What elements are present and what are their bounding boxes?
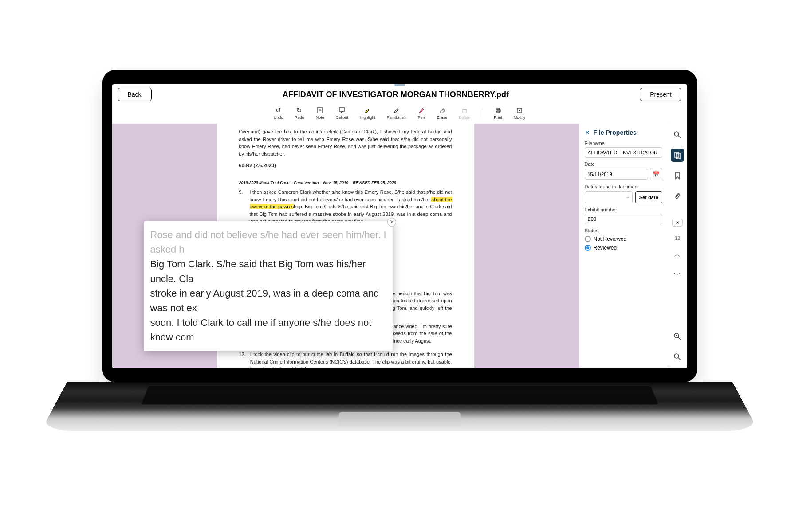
- dates-found-select[interactable]: [585, 191, 633, 203]
- file-properties-panel: ✕ File Properties Filename Date 📅 Dates …: [579, 124, 668, 368]
- zoom-out-icon[interactable]: [671, 350, 684, 364]
- radio-icon: [585, 236, 591, 242]
- page-current[interactable]: 3: [672, 219, 683, 227]
- callout-tool[interactable]: Callout: [336, 106, 348, 120]
- svg-rect-3: [339, 108, 345, 111]
- calendar-icon[interactable]: 📅: [650, 168, 662, 180]
- note-icon: [316, 106, 324, 114]
- document-viewport[interactable]: Overland) gave the box to the counter cl…: [112, 124, 579, 368]
- close-panel-icon[interactable]: ✕: [585, 129, 590, 136]
- undo-tool[interactable]: ↺Undo: [274, 106, 283, 120]
- print-icon: [494, 106, 502, 114]
- highlight-tool[interactable]: Highlight: [360, 106, 375, 120]
- svg-rect-14: [676, 153, 680, 159]
- date-field[interactable]: [585, 169, 648, 180]
- radio-icon: [585, 245, 591, 251]
- properties-icon[interactable]: [671, 149, 684, 162]
- status-reviewed-radio[interactable]: Reviewed: [585, 245, 662, 251]
- close-icon[interactable]: ✕: [387, 218, 396, 227]
- paperclip-icon[interactable]: [671, 189, 684, 203]
- status-not-reviewed-radio[interactable]: Not Reviewed: [585, 236, 662, 242]
- callout-icon: [338, 106, 346, 114]
- redo-tool[interactable]: ↻Redo: [295, 106, 304, 120]
- page-total: 12: [675, 235, 680, 241]
- right-tab-strip: 3 12 ︿ ﹀: [668, 124, 687, 368]
- delete-tool: Delete: [459, 106, 470, 120]
- bookmark-icon[interactable]: [671, 169, 684, 182]
- pen-tool[interactable]: Pen: [417, 106, 425, 120]
- laptop-base: [40, 382, 759, 431]
- svg-line-20: [678, 358, 681, 360]
- toolbar: ↺Undo ↻Redo Note Callout Highlight Paint…: [112, 105, 687, 124]
- page-down-icon[interactable]: ﹀: [671, 268, 684, 282]
- redo-icon: ↻: [295, 106, 303, 114]
- paintbrush-icon: [392, 106, 400, 114]
- modify-tool[interactable]: Modify: [514, 106, 526, 120]
- svg-rect-0: [317, 108, 323, 113]
- paintbrush-tool[interactable]: Paintbrush: [387, 106, 406, 120]
- filename-field[interactable]: [585, 147, 662, 158]
- highlight-icon: [363, 106, 371, 114]
- note-tool[interactable]: Note: [316, 106, 324, 120]
- text-magnifier: ✕ Rose and did not believe s/he had ever…: [144, 221, 393, 351]
- svg-rect-7: [497, 108, 500, 110]
- modify-icon: [516, 106, 523, 114]
- erase-icon: [438, 106, 446, 114]
- exhibit-number-field[interactable]: [585, 214, 662, 224]
- svg-point-11: [674, 132, 679, 136]
- svg-rect-4: [463, 109, 466, 113]
- undo-icon: ↺: [274, 106, 282, 114]
- pen-icon: [417, 106, 425, 114]
- svg-line-16: [678, 337, 681, 340]
- file-title: AFFIDAVIT OF INVESTIGATOR MORGAN THORNBE…: [283, 90, 509, 99]
- zoom-in-icon[interactable]: [671, 330, 684, 343]
- present-button[interactable]: Present: [640, 88, 681, 101]
- search-icon[interactable]: [671, 128, 684, 141]
- trash-icon: [461, 106, 468, 114]
- erase-tool[interactable]: Erase: [437, 106, 448, 120]
- svg-line-12: [678, 136, 681, 138]
- page-up-icon[interactable]: ︿: [671, 248, 684, 261]
- set-date-button[interactable]: Set date: [635, 191, 662, 203]
- back-button[interactable]: Back: [118, 88, 152, 101]
- print-tool[interactable]: Print: [494, 106, 502, 120]
